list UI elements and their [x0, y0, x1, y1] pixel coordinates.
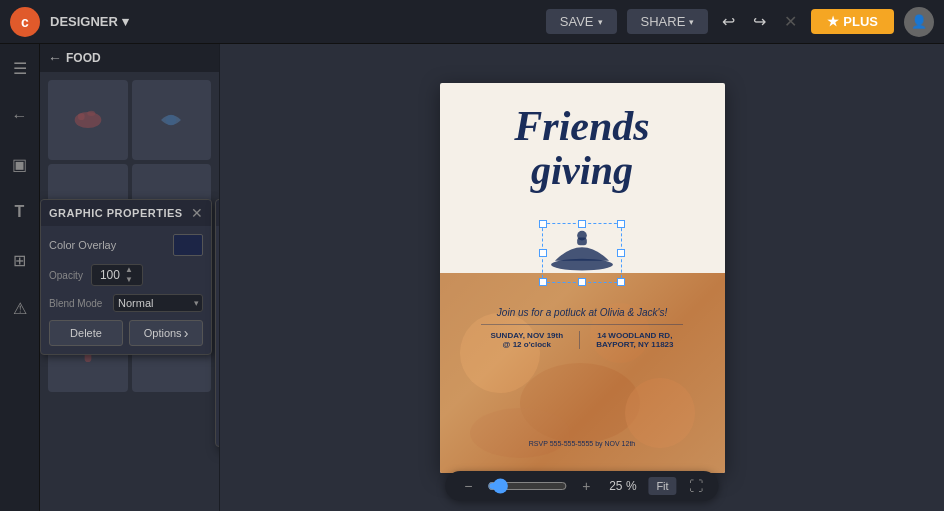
handle-mr[interactable] — [617, 249, 625, 257]
svg-point-2 — [87, 111, 95, 116]
svg-point-3 — [166, 115, 177, 126]
opacity-input[interactable] — [92, 266, 122, 284]
svg-point-14 — [577, 230, 587, 240]
canvas-area: Friends giving — [220, 44, 944, 511]
zoom-slider[interactable] — [487, 478, 567, 494]
gfx-props-header: GRAPHIC PROPERTIES ✕ — [41, 200, 211, 226]
food-item-1[interactable] — [48, 80, 128, 160]
fullscreen-button[interactable]: ⛶ — [685, 475, 707, 497]
handle-ml[interactable] — [539, 249, 547, 257]
color-overlay-row: Color Overlay — [49, 234, 203, 256]
design-title-friends: Friends — [514, 103, 649, 149]
handle-br[interactable] — [617, 278, 625, 286]
design-card[interactable]: Friends giving — [440, 83, 725, 473]
design-title-giving: giving — [514, 149, 649, 193]
svg-rect-13 — [577, 237, 587, 245]
warning-icon-button[interactable]: ⚠ — [4, 292, 36, 324]
zoom-in-button[interactable]: + — [575, 475, 597, 497]
menu-icon-button[interactable]: ☰ — [4, 52, 36, 84]
zoom-percent: 25 % — [605, 479, 640, 493]
design-divider — [481, 324, 683, 325]
panel-title: FOOD — [66, 51, 101, 65]
handle-tm[interactable] — [578, 220, 586, 228]
brand-label: DESIGNER — [50, 14, 118, 29]
opacity-stepper: ▲ ▼ — [122, 265, 136, 285]
design-details-row: SUNDAY, NOV 19th @ 12 o'clock 14 WOODLAN… — [491, 331, 674, 349]
design-rsvp: RSVP 555-555-5555 by NOV 12th — [529, 440, 636, 453]
handle-tl[interactable] — [539, 220, 547, 228]
gfx-props-title: GRAPHIC PROPERTIES — [49, 207, 183, 219]
layers-icon-button[interactable]: ⊞ — [4, 244, 36, 276]
plus-button[interactable]: ★ PLUS — [811, 9, 894, 34]
app-logo[interactable]: c — [10, 7, 40, 37]
logo-letter: c — [21, 14, 29, 30]
brand-menu[interactable]: DESIGNER ▾ — [50, 14, 129, 29]
food-icon-1 — [68, 100, 108, 140]
color-overlay-swatch[interactable] — [173, 234, 203, 256]
undo-button[interactable]: ↩ — [718, 8, 739, 35]
design-detail-divider — [579, 331, 580, 349]
options-button[interactable]: Options › — [129, 320, 203, 346]
design-card-content: Friends giving — [440, 83, 725, 473]
delete-button[interactable]: Delete — [49, 320, 123, 346]
design-detail-left: SUNDAY, NOV 19th @ 12 o'clock — [491, 331, 564, 349]
handle-tr[interactable] — [617, 220, 625, 228]
color-overlay-label: Color Overlay — [49, 239, 116, 251]
redo-button[interactable]: ↪ — [749, 8, 770, 35]
opacity-input-wrap: ▲ ▼ — [91, 264, 143, 286]
svg-point-12 — [551, 258, 613, 270]
handle-bm[interactable] — [578, 278, 586, 286]
blend-mode-select[interactable]: Normal Multiply Screen Overlay — [113, 294, 203, 312]
zoom-out-button[interactable]: − — [457, 475, 479, 497]
content-panel: ← FOOD — [40, 44, 220, 511]
blend-mode-label: Blend Mode — [49, 298, 102, 309]
opacity-down[interactable]: ▼ — [122, 275, 136, 285]
action-row: Delete Options › — [49, 320, 203, 346]
text-icon-button[interactable]: T — [4, 196, 36, 228]
main-area: ☰ ← ▣ T ⊞ ⚠ ← FOOD — [0, 44, 944, 511]
svg-point-1 — [78, 113, 85, 120]
left-sidebar: ☰ ← ▣ T ⊞ ⚠ — [0, 44, 40, 511]
fit-button[interactable]: Fit — [648, 477, 676, 495]
gfx-props-close-button[interactable]: ✕ — [191, 206, 203, 220]
share-button[interactable]: SHARE ▾ — [627, 9, 709, 34]
shapes-icon-button[interactable]: ▣ — [4, 148, 36, 180]
food-icon-2 — [151, 100, 191, 140]
blend-mode-row: Blend Mode Normal Multiply Screen Overla… — [49, 294, 203, 312]
graphic-properties-panel: GRAPHIC PROPERTIES ✕ Color Overlay Opaci… — [40, 199, 212, 355]
food-item-2[interactable] — [132, 80, 212, 160]
topbar: c DESIGNER ▾ SAVE ▾ SHARE ▾ ↩ ↪ ✕ ★ PLUS… — [0, 0, 944, 44]
design-detail-right: 14 WOODLAND RD, BAYPORT, NY 11823 — [596, 331, 673, 349]
gfx-props-body: Color Overlay Opacity ▲ ▼ Blend Mode — [41, 226, 211, 354]
opacity-label: Opacity — [49, 270, 83, 281]
selection-box — [542, 223, 622, 283]
panel-back-button[interactable]: ← — [48, 50, 62, 66]
handle-bl[interactable] — [539, 278, 547, 286]
design-subtitle: Join us for a potluck at Olivia & Jack's… — [497, 307, 667, 318]
avatar[interactable]: 👤 — [904, 7, 934, 37]
back-icon-button[interactable]: ← — [4, 100, 36, 132]
serving-dish-icon — [543, 224, 621, 282]
close-icon-button[interactable]: ✕ — [780, 8, 801, 35]
opacity-blend-row: Opacity ▲ ▼ — [49, 264, 203, 286]
zoom-bar: − + 25 % Fit ⛶ — [445, 471, 718, 501]
blend-mode-wrap: Normal Multiply Screen Overlay — [113, 294, 203, 312]
brand-arrow-icon: ▾ — [122, 14, 129, 29]
save-button[interactable]: SAVE ▾ — [546, 9, 617, 34]
panel-header: ← FOOD — [40, 44, 219, 72]
opacity-up[interactable]: ▲ — [122, 265, 136, 275]
